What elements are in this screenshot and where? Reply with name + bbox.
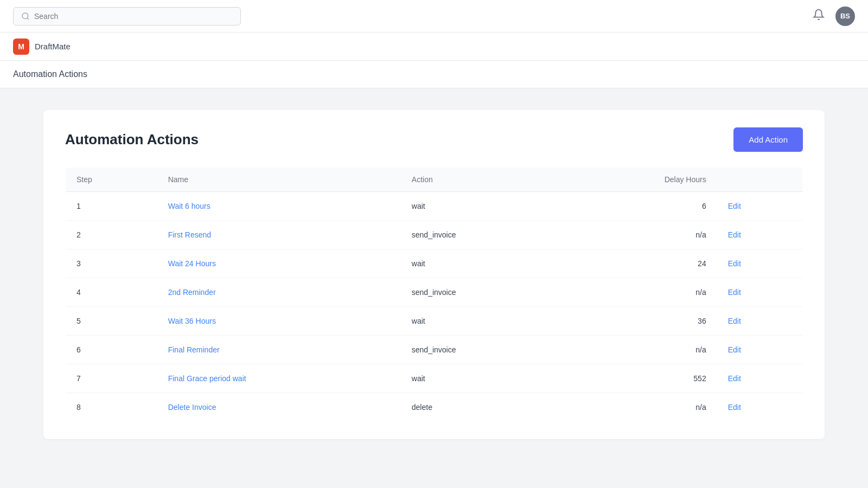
cell-delay-hours: n/a: [562, 278, 717, 307]
col-header-name: Name: [157, 168, 401, 192]
edit-link[interactable]: Edit: [728, 345, 741, 354]
col-header-action: Action: [401, 168, 562, 192]
table-header: Step Name Action Delay Hours: [66, 168, 803, 192]
edit-link[interactable]: Edit: [728, 403, 741, 412]
content-card: Automation Actions Add Action Step Name …: [43, 110, 825, 439]
cell-action: wait: [401, 249, 562, 278]
row-name-link[interactable]: Wait 36 Hours: [168, 317, 216, 325]
cell-edit: Edit: [717, 192, 803, 221]
cell-delay-hours: n/a: [562, 221, 717, 249]
brand-logo: M: [13, 38, 29, 55]
card-header: Automation Actions Add Action: [65, 127, 803, 152]
cell-step: 8: [66, 393, 157, 422]
cell-delay-hours: 36: [562, 307, 717, 336]
cell-edit: Edit: [717, 249, 803, 278]
edit-link[interactable]: Edit: [728, 230, 741, 239]
cell-edit: Edit: [717, 336, 803, 364]
cell-delay-hours: 24: [562, 249, 717, 278]
cell-delay-hours: 6: [562, 192, 717, 221]
svg-line-1: [27, 18, 29, 20]
cell-name: Wait 6 hours: [157, 192, 401, 221]
edit-link[interactable]: Edit: [728, 259, 741, 268]
cell-step: 3: [66, 249, 157, 278]
table-row: 1 Wait 6 hours wait 6 Edit: [66, 192, 803, 221]
cell-name: Wait 24 Hours: [157, 249, 401, 278]
automation-actions-table: Step Name Action Delay Hours 1 Wait 6 ho…: [65, 167, 803, 422]
cell-delay-hours: 552: [562, 364, 717, 393]
table-row: 2 First Resend send_invoice n/a Edit: [66, 221, 803, 249]
cell-name: 2nd Reminder: [157, 278, 401, 307]
table-row: 8 Delete Invoice delete n/a Edit: [66, 393, 803, 422]
cell-step: 2: [66, 221, 157, 249]
bell-icon: [813, 9, 825, 21]
row-name-link[interactable]: Delete Invoice: [168, 403, 216, 412]
page-title: Automation Actions: [13, 69, 855, 79]
cell-edit: Edit: [717, 393, 803, 422]
add-action-button[interactable]: Add Action: [733, 127, 803, 152]
cell-action: send_invoice: [401, 336, 562, 364]
search-icon: [21, 12, 30, 21]
table-row: 5 Wait 36 Hours wait 36 Edit: [66, 307, 803, 336]
edit-link[interactable]: Edit: [728, 288, 741, 297]
cell-name: Delete Invoice: [157, 393, 401, 422]
brand-bar: M DraftMate: [0, 33, 868, 61]
cell-step: 1: [66, 192, 157, 221]
cell-name: Final Reminder: [157, 336, 401, 364]
card-title: Automation Actions: [65, 131, 199, 148]
cell-step: 5: [66, 307, 157, 336]
row-name-link[interactable]: Final Grace period wait: [168, 374, 246, 383]
brand-name: DraftMate: [35, 42, 71, 51]
row-name-link[interactable]: Wait 6 hours: [168, 202, 210, 210]
cell-name: Final Grace period wait: [157, 364, 401, 393]
cell-name: First Resend: [157, 221, 401, 249]
edit-link[interactable]: Edit: [728, 317, 741, 325]
cell-action: wait: [401, 364, 562, 393]
cell-step: 6: [66, 336, 157, 364]
cell-name: Wait 36 Hours: [157, 307, 401, 336]
cell-delay-hours: n/a: [562, 393, 717, 422]
cell-action: delete: [401, 393, 562, 422]
edit-link[interactable]: Edit: [728, 202, 741, 210]
row-name-link[interactable]: Final Reminder: [168, 345, 220, 354]
avatar[interactable]: BS: [835, 7, 855, 26]
col-header-edit: [717, 168, 803, 192]
table-row: 7 Final Grace period wait wait 552 Edit: [66, 364, 803, 393]
top-nav: BS: [0, 0, 868, 33]
col-header-step: Step: [66, 168, 157, 192]
col-header-delay-hours: Delay Hours: [562, 168, 717, 192]
row-name-link[interactable]: First Resend: [168, 230, 211, 239]
row-name-link[interactable]: 2nd Reminder: [168, 288, 216, 297]
cell-step: 4: [66, 278, 157, 307]
edit-link[interactable]: Edit: [728, 374, 741, 383]
table-row: 4 2nd Reminder send_invoice n/a Edit: [66, 278, 803, 307]
cell-edit: Edit: [717, 221, 803, 249]
nav-right: BS: [810, 7, 855, 26]
page-title-bar: Automation Actions: [0, 61, 868, 88]
cell-edit: Edit: [717, 307, 803, 336]
table-body: 1 Wait 6 hours wait 6 Edit 2 First Resen…: [66, 192, 803, 422]
row-name-link[interactable]: Wait 24 Hours: [168, 259, 216, 268]
cell-action: send_invoice: [401, 278, 562, 307]
table-row: 6 Final Reminder send_invoice n/a Edit: [66, 336, 803, 364]
cell-delay-hours: n/a: [562, 336, 717, 364]
cell-edit: Edit: [717, 364, 803, 393]
svg-point-0: [22, 13, 28, 19]
cell-action: wait: [401, 307, 562, 336]
notification-bell-button[interactable]: [810, 7, 827, 25]
cell-action: wait: [401, 192, 562, 221]
cell-edit: Edit: [717, 278, 803, 307]
search-input[interactable]: [34, 12, 233, 21]
cell-step: 7: [66, 364, 157, 393]
search-container: [13, 7, 241, 25]
cell-action: send_invoice: [401, 221, 562, 249]
table-row: 3 Wait 24 Hours wait 24 Edit: [66, 249, 803, 278]
main-content: Automation Actions Add Action Step Name …: [0, 88, 868, 461]
